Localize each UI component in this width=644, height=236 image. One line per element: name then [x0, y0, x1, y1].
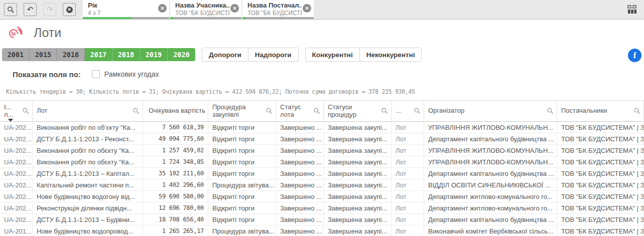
close-icon[interactable]: ✕ [230, 4, 239, 13]
cell-suppliers[interactable]: ТОВ "БК БУДСИСТЕМА" | З... [557, 168, 644, 179]
cell-lot_status[interactable]: Завершено ... [276, 156, 324, 168]
cell-suppliers[interactable]: ТОВ "БК БУДСИСТЕМА" | З... [557, 122, 644, 133]
cell-expected_value[interactable]: 18 708 656,40 [143, 214, 208, 225]
cell-lot_link[interactable]: Лот [392, 225, 424, 236]
cell-expected_value[interactable]: 1 265 265,17 [143, 225, 208, 236]
cell-procedure[interactable]: Відкриті торги [208, 156, 276, 168]
cell-procedure[interactable]: Відкриті торги [208, 122, 276, 133]
cell-organizer[interactable]: Департамент капітального будівництва ... [424, 133, 557, 145]
year-2018-button[interactable]: 2018 [112, 48, 140, 61]
cell-lot_link[interactable]: Лот [392, 214, 424, 225]
cell-expected_value[interactable]: 1 402 296,60 [143, 179, 208, 191]
column-header-lot[interactable]: Лот [33, 101, 143, 122]
cell-suppliers[interactable]: ТОВ "БК БУДСИСТЕМА" | З... [557, 156, 644, 168]
cell-lot[interactable]: Виконання робіт по обєкту "Ка... [33, 145, 143, 156]
cell-lot[interactable]: Виконання робіт по об’єкту "Ка... [33, 122, 143, 133]
cell-proc_statuses[interactable]: Завершена закупі... [324, 133, 392, 145]
undo-selection-icon[interactable]: ↶ [24, 3, 37, 16]
clear-selections-icon[interactable]: ✕ [63, 3, 76, 16]
cell-tender_id[interactable]: UA-202... [0, 168, 33, 179]
cell-organizer[interactable]: УПРАВЛІННЯ ЖИТЛОВО-КОМУНАЛЬН... [424, 145, 557, 156]
cell-lot_status[interactable]: Завершено ... [276, 122, 324, 133]
cell-proc_statuses[interactable]: Завершена закупі... [324, 122, 392, 133]
cell-procedure[interactable]: Відкриті торги [208, 133, 276, 145]
close-icon[interactable]: ✕ [158, 4, 167, 13]
cell-lot_link[interactable]: Лот [392, 122, 424, 133]
cell-procedure[interactable]: Відкриті торги [208, 145, 276, 156]
cell-tender_id[interactable]: UA-202... [0, 214, 33, 225]
cell-suppliers[interactable]: ТОВ "БК БУДСИСТЕМА" | З... [557, 202, 644, 214]
search-icon[interactable] [381, 107, 389, 115]
year-2001-button[interactable]: 2001 [2, 48, 30, 61]
cell-lot[interactable]: ДСТУ Б.Д.1.1-1:2013 – Будівни... [33, 214, 143, 225]
cell-lot_link[interactable]: Лот [392, 168, 424, 179]
search-icon[interactable] [547, 107, 554, 115]
cell-organizer[interactable]: Департамент житлово-комунального го... [424, 191, 557, 202]
cell-expected_value[interactable]: 1 257 459,02 [143, 145, 208, 156]
year-2020-button[interactable]: 2020 [168, 48, 195, 61]
selection-tab-year[interactable]: Рік 4 з 7 ✕ [83, 0, 169, 19]
cell-expected_value[interactable]: 12 696 780,00 [143, 202, 208, 214]
cell-proc_statuses[interactable]: Завершена закупі... [324, 191, 392, 202]
cell-organizer[interactable]: ВІДДІЛ ОСВІТИ СИНЕЛЬНИКІВСЬКОЇ ... [424, 179, 557, 191]
cell-organizer[interactable]: УПРАВЛІННЯ ЖИТЛОВО-КОМУНАЛЬН... [424, 156, 557, 168]
app-objects-grid-icon[interactable] [627, 5, 637, 14]
column-header-proc_statuses[interactable]: Статуси процедур [324, 101, 392, 122]
cell-lot_link[interactable]: Лот [392, 202, 424, 214]
cell-procedure[interactable]: Відкриті торги [208, 168, 276, 179]
competition-button-1[interactable]: Неконкурентні [359, 48, 422, 62]
cell-organizer[interactable]: Департамент капітального будівництва ... [424, 214, 557, 225]
cell-lot_link[interactable]: Лот [392, 191, 424, 202]
cell-lot_status[interactable]: Завершено ... [276, 145, 324, 156]
cell-lot_status[interactable]: Завершено ... [276, 191, 324, 202]
cell-suppliers[interactable]: ТОВ "БК БУДСИСТЕМА" | З... [557, 179, 644, 191]
cell-procedure[interactable]: Відкриті торги [208, 191, 276, 202]
cell-tender_id[interactable]: UA-202... [0, 191, 33, 202]
search-icon[interactable] [266, 107, 273, 115]
cell-suppliers[interactable]: ТОВ "БК БУДСИСТЕМА" | З... [557, 191, 644, 202]
cell-organizer[interactable]: Департамент житлово-комунального го... [424, 202, 557, 214]
close-icon[interactable]: ✕ [303, 4, 311, 13]
search-icon[interactable] [22, 107, 30, 115]
column-header-lot_link[interactable]: ... [392, 101, 424, 122]
threshold-button-1[interactable]: Надпороги [248, 48, 299, 62]
column-header-organizer[interactable]: Організатор [424, 101, 557, 122]
cell-tender_id[interactable]: UA-202... [0, 133, 33, 145]
cell-proc_statuses[interactable]: Завершена закупі... [324, 179, 392, 191]
cell-proc_statuses[interactable]: Завершена закупі... [324, 145, 392, 156]
cell-tender_id[interactable]: UA-202... [0, 202, 33, 214]
cell-organizer[interactable]: Департамент капітального будівництва ... [424, 168, 557, 179]
cell-suppliers[interactable]: ТОВ "БК БУДСИСТЕМА" | З... [557, 225, 644, 236]
year-2015-button[interactable]: 2015 [30, 48, 57, 61]
search-icon[interactable] [133, 107, 140, 115]
search-icon[interactable] [414, 107, 421, 115]
cell-proc_statuses[interactable]: Завершена закупі... [324, 156, 392, 168]
cell-expected_value[interactable]: 49 094 775,60 [143, 133, 208, 145]
column-header-lot_status[interactable]: Статус лота [276, 101, 324, 122]
cell-procedure[interactable]: Процедура звітува... [208, 179, 276, 191]
search-icon[interactable] [633, 107, 641, 115]
cell-expected_value[interactable]: 35 102 211,60 [143, 168, 208, 179]
selection-tab-supplier[interactable]: Назва Постачал... ТОВ "БК БУДСИСТЕ... ✕ [242, 0, 314, 19]
cell-organizer[interactable]: Виконавчий комітет Вербківської сільсь..… [424, 225, 557, 236]
column-header-tender_id[interactable]: І... л... [0, 101, 33, 122]
redo-selection-icon[interactable]: ↷ [43, 3, 56, 16]
cell-organizer[interactable]: УПРАВЛІННЯ ЖИТЛОВО-КОМУНАЛЬН... [424, 122, 557, 133]
cell-lot[interactable]: Капітальний ремонт частини п... [33, 179, 143, 191]
cell-proc_statuses[interactable]: Завершена закупі... [324, 202, 392, 214]
cell-lot_status[interactable]: Завершено ... [276, 168, 324, 179]
cell-lot_link[interactable]: Лот [392, 156, 424, 168]
cell-lot[interactable]: Нове будівництво водопровод... [33, 225, 143, 236]
cell-lot_status[interactable]: Завершено ... [276, 133, 324, 145]
cell-lot_status[interactable]: Завершено ... [276, 202, 324, 214]
selection-tab-participant[interactable]: Назва Учасника... ТОВ "БК БУДСИСТЕ... ✕ [170, 0, 241, 19]
cell-tender_id[interactable]: UA-201... [0, 225, 33, 236]
cell-proc_statuses[interactable]: Завершена закупі... [324, 225, 392, 236]
column-header-procedure[interactable]: Процедура закупівлі [208, 101, 276, 122]
cell-tender_id[interactable]: UA-202... [0, 156, 33, 168]
cell-lot_link[interactable]: Лот [392, 145, 424, 156]
search-icon[interactable] [313, 107, 321, 115]
threshold-button-0[interactable]: Допороги [202, 48, 248, 62]
column-header-suppliers[interactable]: Постачальники [557, 101, 644, 122]
cell-tender_id[interactable]: UA-202... [0, 179, 33, 191]
